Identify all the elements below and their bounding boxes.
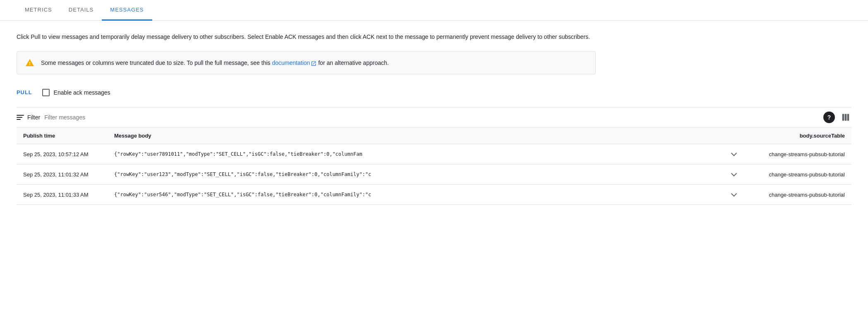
table-row: Sep 25, 2023, 11:01:32 AM{"rowKey":"user… (17, 164, 851, 185)
warning-banner: Some messages or columns were truncated … (17, 51, 596, 74)
filter-left: Filter (17, 114, 823, 121)
col-header-expand (727, 128, 744, 144)
messages-table: Publish time Message body body.sourceTab… (17, 128, 851, 205)
chevron-down-icon (731, 150, 737, 156)
columns-button[interactable] (840, 112, 851, 123)
cell-expand[interactable] (727, 164, 744, 185)
cell-message-body: {"rowKey":"user123","modType":"SET_CELL"… (108, 164, 727, 185)
table-row: Sep 25, 2023, 11:01:33 AM{"rowKey":"user… (17, 185, 851, 205)
svg-rect-2 (847, 114, 849, 121)
tab-details[interactable]: DETAILS (60, 0, 102, 21)
tab-bar: METRICSDETAILSMESSAGES (0, 0, 868, 21)
description-text: Click Pull to view messages and temporar… (17, 32, 596, 41)
documentation-link[interactable]: documentation (272, 59, 310, 66)
filter-row: Filter ? (17, 107, 851, 128)
svg-rect-0 (842, 114, 844, 121)
cell-expand[interactable] (727, 144, 744, 164)
columns-icon (841, 113, 850, 122)
filter-icon (17, 115, 24, 120)
tab-messages[interactable]: MESSAGES (102, 0, 152, 21)
filter-icon-label: Filter (17, 114, 40, 121)
expand-button[interactable] (729, 190, 739, 200)
expand-button[interactable] (729, 169, 739, 179)
table-row: Sep 25, 2023, 10:57:12 AM{"rowKey":"user… (17, 144, 851, 164)
pull-button[interactable]: PULL (17, 86, 32, 99)
col-header-publish-time: Publish time (17, 128, 108, 144)
help-button[interactable]: ? (823, 112, 835, 123)
filter-input[interactable] (44, 114, 823, 121)
svg-rect-1 (845, 114, 847, 121)
cell-source-table: change-streams-pubsub-tutorial (744, 185, 851, 205)
cell-publish-time: Sep 25, 2023, 11:01:32 AM (17, 164, 108, 185)
col-header-message-body: Message body (108, 128, 727, 144)
enable-ack-text: Enable ack messages (54, 89, 110, 96)
cell-publish-time: Sep 25, 2023, 11:01:33 AM (17, 185, 108, 205)
expand-button[interactable] (729, 149, 739, 159)
cell-source-table: change-streams-pubsub-tutorial (744, 164, 851, 185)
external-link-icon (311, 61, 317, 67)
col-header-source-table: body.sourceTable (744, 128, 851, 144)
enable-ack-checkbox[interactable] (42, 89, 50, 96)
chevron-down-icon (731, 171, 737, 176)
controls-row: PULL Enable ack messages (17, 86, 851, 99)
enable-ack-label[interactable]: Enable ack messages (42, 89, 110, 96)
warning-text: Some messages or columns were truncated … (41, 59, 389, 66)
filter-label: Filter (27, 114, 40, 121)
cell-message-body: {"rowKey":"user7891011","modType":"SET_C… (108, 144, 727, 164)
chevron-down-icon (731, 191, 737, 197)
warning-icon (25, 58, 34, 67)
tab-metrics[interactable]: METRICS (17, 0, 60, 21)
cell-message-body: {"rowKey":"user546","modType":"SET_CELL"… (108, 185, 727, 205)
cell-publish-time: Sep 25, 2023, 10:57:12 AM (17, 144, 108, 164)
cell-source-table: change-streams-pubsub-tutorial (744, 144, 851, 164)
main-content: Click Pull to view messages and temporar… (0, 21, 868, 216)
table-header-row: Publish time Message body body.sourceTab… (17, 128, 851, 144)
filter-right: ? (823, 112, 851, 123)
cell-expand[interactable] (727, 185, 744, 205)
